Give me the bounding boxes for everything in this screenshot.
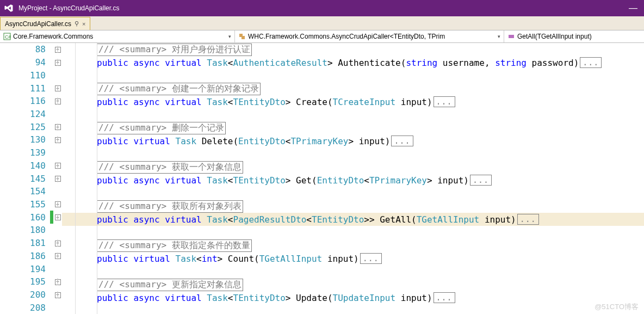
line-number: 195 [0,276,50,287]
gutter-row: 155+ [0,198,62,211]
gutter-row: 186+ [0,250,62,263]
gutter-row: 110 [0,69,62,82]
line-number: 130 [0,134,50,145]
namespace-dropdown[interactable]: C# Core.Framework.Commons ▾ [0,30,235,42]
document-tab[interactable]: AsyncCrudApiCaller.cs ⚲ × [0,17,90,30]
gutter-row: 125+ [0,120,62,133]
collapsed-region[interactable]: ... [470,175,492,186]
line-number: 88 [0,44,50,54]
document-tab-strip: AsyncCrudApiCaller.cs ⚲ × [0,16,644,30]
class-icon [238,33,246,40]
outline-toggle[interactable]: + [53,59,62,66]
code-line[interactable] [62,304,644,314]
line-number: 94 [0,57,50,67]
code-line[interactable]: public async virtual Task<PagedResultDto… [62,213,644,226]
outline-toggle[interactable]: + [53,278,62,285]
namespace-label: Core.Framework.Commons [13,33,93,40]
line-number: 154 [0,186,50,196]
collapsed-region[interactable]: ... [434,292,455,303]
line-number: 186 [0,251,50,261]
code-line[interactable]: public async virtual Task<TEntityDto> Up… [62,291,644,304]
code-line[interactable]: public virtual Task<int> Count(TGetAllIn… [62,252,644,265]
code-line[interactable]: /// <summary> 获取所有对象列表 [62,200,644,213]
close-icon[interactable]: × [82,21,85,27]
outline-toggle[interactable]: + [53,239,62,247]
line-number: 160 [0,212,50,223]
line-number: 180 [0,225,50,235]
class-dropdown[interactable]: WHC.Framework.Commons.AsyncCrudApiCaller… [235,30,504,42]
code-line[interactable]: /// <summary> 获取指定条件的数量 [62,239,644,252]
code-line[interactable]: public virtual Task Delete(EntityDto<TPr… [62,134,644,147]
code-line[interactable] [62,147,644,161]
outline-toggle[interactable]: + [53,46,62,53]
collapsed-region[interactable]: ... [434,96,455,107]
outline-toggle[interactable]: + [53,85,62,92]
code-editor[interactable]: 88+94+110111+116+124125+130+139140+145+1… [0,43,644,314]
xml-summary: /// <summary> 更新指定对象信息 [97,279,243,291]
line-number: 145 [0,174,50,184]
code-line[interactable]: public async virtual Task<TEntityDto> Ge… [62,174,644,187]
line-number: 208 [0,303,50,313]
outline-toggle[interactable]: + [53,175,62,182]
code-line[interactable] [62,187,644,200]
line-number: 116 [0,96,50,106]
outline-toggle[interactable]: + [53,136,62,143]
svg-rect-3 [242,36,245,39]
line-number: 139 [0,147,50,158]
member-dropdown[interactable]: GetAll(TGetAllInput input) [504,30,644,42]
code-line[interactable] [62,108,644,121]
class-label: WHC.Framework.Commons.AsyncCrudApiCaller… [248,33,445,40]
xml-summary: /// <summary> 获取所有对象列表 [97,200,243,213]
outline-toggle[interactable]: + [53,124,62,131]
collapsed-region[interactable]: ... [391,136,413,146]
outline-toggle[interactable]: + [53,253,62,260]
gutter-row: 154 [0,185,62,198]
gutter-row: 140+ [0,159,62,172]
line-number: 181 [0,238,50,248]
line-number: 124 [0,109,50,119]
watermark: @51CTO博客 [595,302,639,312]
pin-icon[interactable]: ⚲ [75,20,79,27]
xml-summary: /// <summary> 对用户身份进行认证 [97,44,252,56]
outline-toggle[interactable]: + [53,97,62,104]
csharp-file-icon: C# [3,33,11,40]
code-line[interactable]: /// <summary> 创建一个新的对象记录 [62,82,644,95]
gutter-row: 139 [0,146,62,159]
outline-toggle[interactable]: + [53,214,62,221]
code-line[interactable]: /// <summary> 对用户身份进行认证 [62,43,644,56]
code-line[interactable]: public async virtual Task<AuthenticateRe… [62,56,644,69]
gutter-row: 181+ [0,237,62,250]
code-line[interactable]: /// <summary> 获取一个对象信息 [62,161,644,174]
outline-toggle[interactable]: + [53,201,62,208]
tab-label: AsyncCrudApiCaller.cs [5,20,71,28]
chevron-down-icon: ▾ [498,34,500,39]
line-number: 194 [0,264,50,274]
line-number: 140 [0,161,50,171]
gutter-row: 88+ [0,43,62,56]
line-number: 111 [0,83,50,94]
collapsed-region[interactable]: ... [360,253,382,264]
code-line[interactable]: /// <summary> 删除一个记录 [62,121,644,134]
code-line[interactable] [62,265,644,278]
collapsed-region[interactable]: ... [580,57,602,68]
minimize-button[interactable]: — [626,3,641,13]
code-line[interactable] [62,69,644,82]
gutter-row: 160+ [0,211,62,224]
line-number: 110 [0,70,50,81]
outline-toggle[interactable]: + [53,162,62,169]
svg-text:C#: C# [5,34,11,40]
line-number: 155 [0,199,50,210]
member-label: GetAll(TGetAllInput input) [517,33,592,40]
chevron-down-icon: ▾ [228,34,231,39]
code-line[interactable]: public async virtual Task<TEntityDto> Cr… [62,95,644,108]
outline-toggle[interactable]: + [53,291,62,298]
line-number: 200 [0,290,50,300]
collapsed-region[interactable]: ... [517,214,539,225]
gutter-row: 194 [0,262,62,275]
gutter-row: 116+ [0,95,62,108]
gutter-row: 145+ [0,172,62,185]
gutter-row: 124 [0,108,62,121]
code-line[interactable]: /// <summary> 更新指定对象信息 [62,278,644,291]
gutter-row: 200+ [0,288,62,301]
code-line[interactable] [62,226,644,239]
